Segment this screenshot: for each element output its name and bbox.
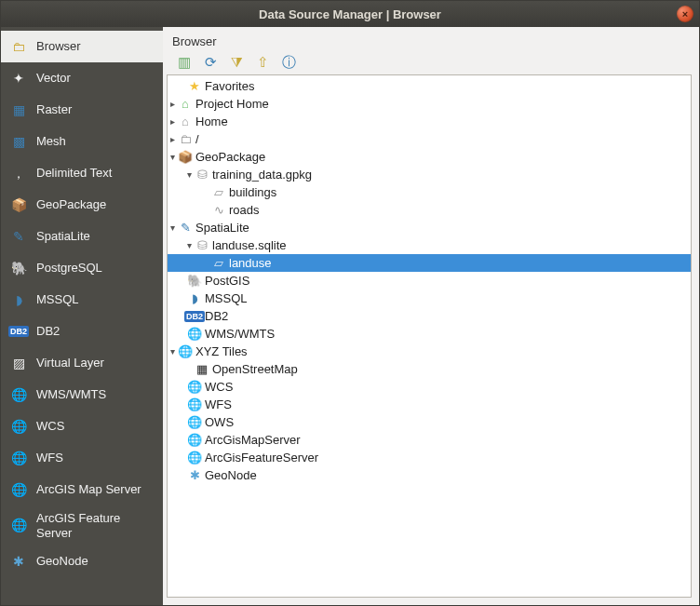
sidebar-label: Vector: [36, 71, 71, 86]
browser-tree[interactable]: ★Favorites ▸⌂Project Home ▸⌂Home ▸🗀/ ▾📦G…: [167, 74, 692, 598]
sidebar-item-wcs[interactable]: 🌐 WCS: [1, 411, 163, 442]
db2-icon: DB2: [186, 309, 203, 324]
sidebar-item-wms[interactable]: 🌐 WMS/WMTS: [1, 379, 163, 411]
wms-icon: 🌐: [8, 384, 29, 405]
sidebar-label: SpatiaLite: [36, 229, 90, 244]
tree-wfs[interactable]: 🌐WFS: [168, 396, 691, 413]
sidebar-item-geopackage[interactable]: 📦 GeoPackage: [1, 189, 163, 221]
window: Data Source Manager | Browser × 🗀 Browse…: [0, 0, 700, 606]
spatialite-icon: ✎: [177, 221, 194, 236]
sidebar-label: WCS: [36, 419, 64, 434]
sidebar-label: Mesh: [36, 134, 66, 149]
tile-icon: ▦: [194, 362, 210, 377]
tree-landuse[interactable]: ▱landuse: [168, 254, 691, 272]
tree-db2[interactable]: DB2DB2: [168, 307, 691, 325]
sidebar-item-arcgisfeat[interactable]: 🌐 ArcGIS Feature Server: [1, 505, 163, 545]
refresh-button[interactable]: ⟳: [202, 54, 219, 71]
raster-icon: ▦: [8, 100, 29, 120]
sidebar-item-browser[interactable]: 🗀 Browser: [1, 31, 163, 62]
csv-icon: ，: [8, 163, 29, 183]
line-icon: ∿: [210, 203, 227, 218]
tree-wmswmts[interactable]: 🌐WMS/WMTS: [168, 325, 691, 343]
tree-osm[interactable]: ▦OpenStreetMap: [168, 360, 691, 378]
tree-mssql[interactable]: ◗MSSQL: [168, 290, 691, 307]
tree-buildings[interactable]: ▱buildings: [168, 183, 691, 201]
sidebar-item-mesh[interactable]: ▩ Mesh: [1, 126, 163, 157]
postgres-icon: 🐘: [186, 274, 203, 289]
sidebar-item-delimited[interactable]: ， Delimited Text: [1, 157, 163, 189]
tree-geonode[interactable]: ✱GeoNode: [168, 466, 691, 484]
wfs-icon: 🌐: [8, 448, 29, 468]
sidebar-label: GeoNode: [36, 554, 88, 569]
sidebar-label: Raster: [36, 102, 72, 117]
mssql-icon: ◗: [186, 291, 203, 306]
tree-project-home[interactable]: ▸⌂Project Home: [168, 95, 691, 113]
mesh-icon: ▩: [8, 131, 29, 152]
tree-geopackage[interactable]: ▾📦GeoPackage: [168, 148, 691, 166]
tree-home[interactable]: ▸⌂Home: [168, 113, 691, 130]
mssql-icon: ◗: [8, 290, 29, 310]
sidebar-item-mssql[interactable]: ◗ MSSQL: [1, 284, 163, 316]
sidebar-item-db2[interactable]: DB2 DB2: [1, 316, 163, 347]
arcgismap-icon: 🌐: [8, 479, 29, 500]
folder-icon: 🗀: [177, 132, 194, 147]
sidebar-label: GeoPackage: [36, 197, 106, 212]
sidebar-item-postgresql[interactable]: 🐘 PostgreSQL: [1, 252, 163, 284]
sidebar-item-vector[interactable]: ✦ Vector: [1, 62, 163, 94]
tree-favorites[interactable]: ★Favorites: [168, 77, 691, 95]
postgres-icon: 🐘: [8, 258, 29, 278]
sidebar-item-raster[interactable]: ▦ Raster: [1, 94, 163, 126]
tree-roads[interactable]: ∿roads: [168, 201, 691, 219]
sidebar-label: DB2: [36, 324, 60, 339]
polygon-icon: ▱: [210, 256, 227, 271]
polygon-icon: ▱: [210, 185, 227, 200]
panel-title: Browser: [167, 33, 692, 50]
geopackage-icon: 📦: [177, 150, 194, 165]
sidebar-label: WFS: [36, 451, 63, 465]
tree-arcgisfeat[interactable]: 🌐ArcGisFeatureServer: [168, 449, 691, 466]
geonode-icon: ✱: [186, 468, 203, 483]
window-body: 🗀 Browser ✦ Vector ▦ Raster ▩ Mesh ， Del…: [1, 27, 699, 605]
tree-xyztiles[interactable]: ▾🌐XYZ Tiles: [168, 343, 691, 360]
properties-button[interactable]: ⓘ: [280, 54, 297, 71]
home-icon: ⌂: [177, 97, 194, 112]
database-icon: ⛁: [194, 168, 210, 182]
window-title: Data Source Manager | Browser: [259, 7, 441, 21]
collapse-button[interactable]: ⇧: [254, 54, 271, 71]
sidebar-label: MSSQL: [36, 292, 79, 307]
tree-wcs[interactable]: 🌐WCS: [168, 378, 691, 396]
main-panel: Browser ▥ ⟳ ⧩ ⇧ ⓘ ★Favorites ▸⌂Project H…: [163, 27, 699, 605]
sidebar-item-arcgismap[interactable]: 🌐 ArcGIS Map Server: [1, 474, 163, 505]
geonode-icon: ✱: [8, 551, 29, 572]
geopackage-icon: 📦: [8, 195, 29, 215]
filter-button[interactable]: ⧩: [228, 54, 245, 71]
tree-arcgismap[interactable]: 🌐ArcGisMapServer: [168, 431, 691, 449]
sidebar-item-spatialite[interactable]: ✎ SpatiaLite: [1, 221, 163, 252]
sidebar-item-wfs[interactable]: 🌐 WFS: [1, 442, 163, 474]
browser-toolbar: ▥ ⟳ ⧩ ⇧ ⓘ: [167, 50, 692, 74]
sidebar-label: ArcGIS Feature Server: [36, 511, 155, 540]
tree-ows[interactable]: 🌐OWS: [168, 413, 691, 431]
sidebar-item-virtual[interactable]: ▨ Virtual Layer: [1, 347, 163, 379]
tree-postgis[interactable]: 🐘PostGIS: [168, 272, 691, 290]
spatialite-icon: ✎: [8, 226, 29, 247]
sidebar-label: Virtual Layer: [36, 356, 104, 370]
home-folder-icon: ⌂: [177, 114, 194, 129]
tree-spatialite[interactable]: ▾✎SpatiaLite: [168, 219, 691, 236]
tree-root[interactable]: ▸🗀/: [168, 130, 691, 148]
sidebar-label: ArcGIS Map Server: [36, 482, 141, 497]
star-icon: ★: [186, 79, 203, 94]
wcs-icon: 🌐: [8, 416, 29, 437]
virtual-icon: ▨: [8, 353, 29, 373]
vector-icon: ✦: [8, 68, 29, 88]
database-icon: ⛁: [194, 238, 210, 253]
tree-landuse-sqlite[interactable]: ▾⛁landuse.sqlite: [168, 236, 691, 254]
tree-training-data[interactable]: ▾⛁training_data.gpkg: [168, 166, 691, 183]
globe-icon: 🌐: [177, 344, 194, 359]
sidebar-label: PostgreSQL: [36, 261, 102, 276]
globe-icon: 🌐: [186, 380, 203, 395]
db2-icon: DB2: [8, 321, 29, 342]
sidebar-item-geonode[interactable]: ✱ GeoNode: [1, 545, 163, 577]
add-layer-button[interactable]: ▥: [176, 54, 193, 71]
close-button[interactable]: ×: [677, 6, 693, 22]
